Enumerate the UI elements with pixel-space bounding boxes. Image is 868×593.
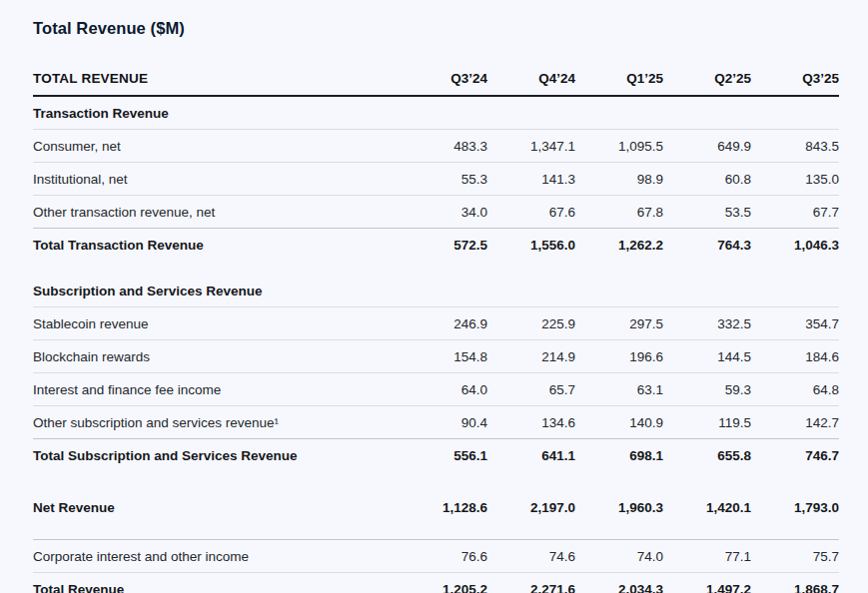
cell-value: 297.5 (575, 316, 663, 331)
table-row: Other transaction revenue, net34.067.667… (33, 196, 839, 229)
cell-value: 75.7 (751, 549, 839, 564)
cell-value: 140.9 (575, 415, 663, 430)
cell-value: 144.5 (663, 349, 751, 364)
cell-value: 483.3 (400, 139, 487, 154)
row-label: Institutional, net (33, 172, 400, 187)
column-header: Q3’25 (751, 71, 839, 86)
section-spacer (33, 471, 839, 491)
cell-value: 641.1 (487, 448, 575, 463)
table-row: Other subscription and services revenue¹… (33, 406, 839, 439)
cell-value: 746.7 (751, 448, 839, 463)
cell-value: 196.6 (575, 349, 663, 364)
row-label: Total Revenue (33, 582, 400, 593)
table-row: Stablecoin revenue246.9225.9297.5332.535… (33, 307, 839, 340)
table-row: Total Subscription and Services Revenue5… (33, 439, 839, 471)
cell-value: 1,556.0 (487, 238, 575, 253)
cell-value: 67.7 (751, 205, 839, 220)
cell-value: 142.7 (751, 415, 839, 430)
cell-value: 1,205.2 (400, 582, 487, 593)
column-header: Q4’24 (487, 71, 575, 86)
cell-value: 1,420.1 (663, 500, 751, 515)
revenue-table: TOTAL REVENUE Q3’24Q4’24Q1’25Q2’25Q3’25 … (33, 62, 839, 593)
cell-value: 64.0 (400, 382, 487, 397)
table-row: Transaction Revenue (33, 97, 839, 130)
cell-value: 698.1 (575, 448, 663, 463)
cell-value: 225.9 (487, 316, 575, 331)
cell-value: 1,497.2 (663, 582, 751, 593)
section-spacer (33, 261, 839, 275)
table-row: Consumer, net483.31,347.11,095.5649.9843… (33, 130, 839, 163)
cell-value: 64.8 (751, 382, 839, 397)
cell-value: 2,034.3 (575, 582, 663, 593)
row-label: Total Subscription and Services Revenue (33, 448, 400, 463)
cell-value: 1,793.0 (751, 500, 839, 515)
table-row: Total Revenue1,205.22,271.62,034.31,497.… (33, 573, 839, 593)
cell-value: 1,868.7 (751, 582, 839, 593)
cell-value: 90.4 (400, 415, 487, 430)
section-spacer (33, 523, 839, 540)
column-header: Q2’25 (663, 71, 751, 86)
cell-value: 1,347.1 (487, 139, 575, 154)
table-row: Blockchain rewards154.8214.9196.6144.518… (33, 340, 839, 373)
cell-value: 2,197.0 (487, 500, 575, 515)
cell-value: 764.3 (663, 238, 751, 253)
row-label: Subscription and Services Revenue (33, 284, 839, 298)
cell-value: 67.8 (575, 205, 663, 220)
cell-value: 63.1 (575, 382, 663, 397)
row-label: Blockchain rewards (33, 349, 400, 364)
cell-value: 53.5 (663, 205, 751, 220)
table-row: Corporate interest and other income76.67… (33, 540, 839, 573)
cell-value: 98.9 (575, 172, 663, 187)
column-header: Q3’24 (400, 71, 487, 86)
cell-value: 76.6 (400, 549, 487, 564)
cell-value: 141.3 (487, 172, 575, 187)
table-header-row: TOTAL REVENUE Q3’24Q4’24Q1’25Q2’25Q3’25 (33, 62, 839, 97)
cell-value: 1,960.3 (575, 500, 663, 515)
cell-value: 843.5 (751, 139, 839, 154)
cell-value: 154.8 (400, 349, 487, 364)
cell-value: 184.6 (751, 349, 839, 364)
page-title: Total Revenue ($M) (33, 19, 839, 38)
cell-value: 135.0 (751, 172, 839, 187)
cell-value: 572.5 (400, 238, 487, 253)
row-label: Corporate interest and other income (33, 549, 400, 564)
row-label: Interest and finance fee income (33, 382, 400, 397)
cell-value: 1,262.2 (575, 238, 663, 253)
cell-value: 34.0 (400, 205, 487, 220)
cell-value: 59.3 (663, 382, 751, 397)
row-label: Stablecoin revenue (33, 316, 400, 331)
cell-value: 246.9 (400, 316, 487, 331)
column-header: Q1’25 (575, 71, 663, 86)
row-label: Net Revenue (33, 500, 400, 515)
cell-value: 74.6 (487, 549, 575, 564)
cell-value: 214.9 (487, 349, 575, 364)
table-body: Transaction RevenueConsumer, net483.31,3… (33, 97, 839, 593)
cell-value: 332.5 (663, 316, 751, 331)
row-label: Transaction Revenue (33, 106, 839, 121)
row-label: Other subscription and services revenue¹ (33, 415, 400, 430)
cell-value: 134.6 (487, 415, 575, 430)
cell-value: 77.1 (663, 549, 751, 564)
row-label: Other transaction revenue, net (33, 205, 400, 220)
cell-value: 119.5 (663, 415, 751, 430)
cell-value: 55.3 (400, 172, 487, 187)
table-row: Institutional, net55.3141.398.960.8135.0 (33, 163, 839, 196)
cell-value: 1,128.6 (400, 500, 487, 515)
table-row: Total Transaction Revenue572.51,556.01,2… (33, 229, 839, 261)
cell-value: 655.8 (663, 448, 751, 463)
cell-value: 649.9 (663, 139, 751, 154)
table-row: Interest and finance fee income64.065.76… (33, 373, 839, 406)
cell-value: 60.8 (663, 172, 751, 187)
cell-value: 354.7 (751, 316, 839, 331)
cell-value: 1,095.5 (575, 139, 663, 154)
cell-value: 1,046.3 (751, 238, 839, 253)
row-label: Consumer, net (33, 139, 400, 154)
table-row: Net Revenue1,128.62,197.01,960.31,420.11… (33, 491, 839, 523)
table-row: Subscription and Services Revenue (33, 275, 839, 307)
cell-value: 556.1 (400, 448, 487, 463)
table-header-label: TOTAL REVENUE (33, 71, 400, 86)
revenue-table-page: Total Revenue ($M) TOTAL REVENUE Q3’24Q4… (0, 0, 868, 593)
cell-value: 74.0 (575, 549, 663, 564)
row-label: Total Transaction Revenue (33, 238, 400, 253)
cell-value: 67.6 (487, 205, 575, 220)
